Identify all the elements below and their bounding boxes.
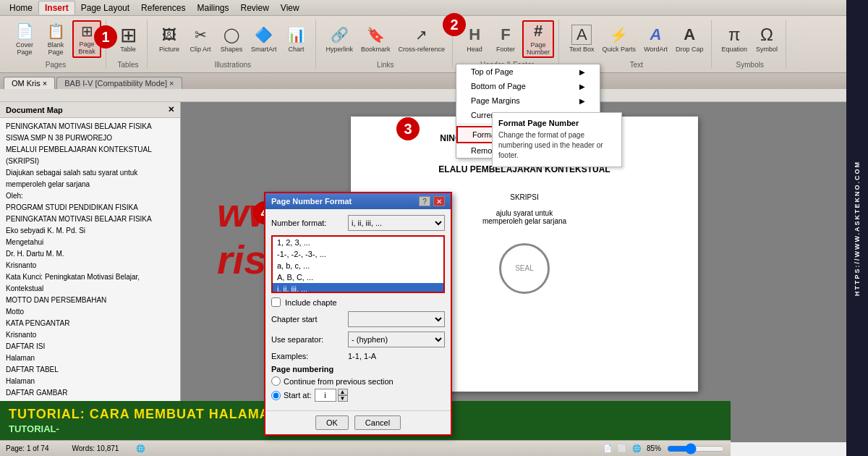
wordart-icon: A [646, 25, 666, 45]
dialog-close-button[interactable]: ✕ [433, 196, 445, 206]
ribbon-group-pages: 📄 CoverPage 📋 BlankPage ⊞ PageBreak Page… [6, 20, 106, 69]
spinner-up[interactable]: ▲ [338, 389, 348, 395]
sidebar-item[interactable]: memperoleh gelar sarjana [6, 179, 174, 190]
tab-review[interactable]: Review [234, 1, 274, 14]
dialog-help-button[interactable]: ? [419, 196, 430, 206]
tab-references[interactable]: References [135, 1, 191, 14]
chart-button[interactable]: 📊 Chart [282, 20, 311, 58]
quick-parts-button[interactable]: ⚡ Quick Parts [600, 20, 639, 58]
sidebar-item[interactable]: Mengetahui [6, 237, 174, 248]
sidebar-item[interactable]: PROGRAM STUDI PENDIDIKAN FISIKA [6, 202, 174, 214]
separator-select[interactable]: - (hyphen) [348, 332, 445, 347]
shapes-button[interactable]: ◯ Shapes [217, 20, 246, 58]
zoom-slider[interactable] [667, 443, 725, 455]
include-chapter-checkbox[interactable] [271, 297, 281, 307]
sidebar-item[interactable]: Krisnanto [6, 260, 174, 271]
listbox-item-123[interactable]: 1, 2, 3, ... [273, 237, 443, 248]
dialog-content: Number format: i, ii, iii, ... 1, 2, 3, … [265, 209, 451, 410]
continue-radio[interactable] [271, 376, 281, 386]
footer-button[interactable]: F Footer [491, 20, 520, 58]
spinner-down[interactable]: ▼ [338, 395, 348, 402]
clip-art-button[interactable]: ✂ Clip Art [186, 20, 215, 58]
sidebar-item[interactable]: DAFTAR TABEL [6, 364, 174, 376]
sidebar-item[interactable]: Halaman [6, 352, 174, 364]
step-1-circle: 1 [94, 25, 117, 48]
view-icon-fullscreen[interactable]: ⬜ [618, 444, 626, 452]
tab-page-layout[interactable]: Page Layout [75, 1, 135, 14]
blank-page-button[interactable]: 📋 BlankPage [41, 20, 70, 58]
links-buttons: 🔗 Hyperlink 🔖 Bookmark ↗ Cross-reference [323, 20, 448, 59]
sidebar-item[interactable]: Krisnanto [6, 329, 174, 341]
page-break-label: PageBreak [78, 41, 95, 56]
doc-tab-bab[interactable]: BAB I-V [Compatibility Mode] × [56, 77, 182, 89]
tab-view[interactable]: View [275, 1, 305, 14]
sidebar-item[interactable]: DAFTAR GAMBAR [6, 387, 174, 399]
sidebar-item[interactable]: Dr. H. Dartu M. M. [6, 248, 174, 260]
text-box-button[interactable]: A Text Box [566, 20, 597, 58]
sidebar-item[interactable]: Halaman [6, 376, 174, 387]
dialog-buttons: OK Cancel [265, 410, 451, 434]
step-2-circle: 2 [443, 13, 466, 36]
dialog-cancel-button[interactable]: Cancel [354, 415, 401, 430]
view-icon-print[interactable]: 📄 [603, 444, 612, 452]
listbox-item-abc-lower[interactable]: a, b, c, ... [273, 260, 443, 271]
smartart-button[interactable]: 🔷 SmartArt [248, 20, 280, 58]
pages-buttons: 📄 CoverPage 📋 BlankPage ⊞ PageBreak [10, 20, 101, 59]
ribbon-group-illustrations: 🖼 Picture ✂ Clip Art ◯ Shapes 🔷 SmartArt [150, 20, 316, 69]
listbox-item-roman[interactable]: i, ii, iii, ... [273, 283, 443, 293]
symbol-button[interactable]: Ω Symbol [752, 20, 781, 58]
sidebar-item[interactable]: MOTTO DAN PERSEMBAHAN [6, 295, 174, 306]
sidebar-item[interactable]: SISWA SMP N 38 PURWOREJO [6, 132, 174, 144]
format-listbox[interactable]: 1, 2, 3, ... -1-, -2-, -3-, ... a, b, c,… [271, 235, 445, 293]
chapter-start-select[interactable] [348, 311, 445, 327]
format-page-number-tooltip: Format Page Number Change the format of … [492, 112, 622, 167]
page-number-button[interactable]: # PageNumber [522, 20, 554, 58]
cover-page-button[interactable]: 📄 CoverPage [10, 20, 39, 58]
sidebar-item[interactable]: KATA PENGANTAR [6, 318, 174, 329]
sidebar-item[interactable]: Oleh: [6, 190, 174, 202]
equation-button[interactable]: π Equation [719, 20, 751, 58]
wordart-button[interactable]: A WordArt [641, 20, 671, 58]
dialog-title-text: Page Number Format [271, 197, 352, 206]
dropdown-top-of-page[interactable]: Top of Page ▶ [456, 64, 600, 79]
sidebar-item[interactable]: (SKRIPSI) [6, 156, 174, 167]
sidebar-close[interactable]: ✕ [168, 105, 174, 114]
tooltip-title: Format Page Number [498, 119, 616, 127]
tab-insert[interactable]: Insert [38, 1, 75, 14]
sidebar-item[interactable]: Diajukan sebagai salah satu syarat untuk [6, 167, 174, 179]
sidebar-item[interactable]: Kata Kunci: Peningkatan Motivasi Belajar… [6, 271, 174, 295]
sidebar-item[interactable]: MELALUI PEMBELAJARAN KONTEKSTUAL [6, 144, 174, 156]
bookmark-button[interactable]: 🔖 Bookmark [358, 20, 393, 58]
table-button[interactable]: ⊞ Table [114, 20, 142, 58]
footer-label: Footer [496, 46, 515, 54]
sidebar-item[interactable]: PENINGKATAN MOTIVASI BELAJAR FISIKA [6, 121, 174, 132]
cover-page-icon: 📄 [14, 22, 35, 41]
view-icon-web[interactable]: 🌐 [632, 444, 641, 452]
dropdown-bottom-of-page[interactable]: Bottom of Page ▶ [456, 79, 600, 93]
chapter-start-label: Chapter start [271, 315, 344, 324]
sidebar-item[interactable]: PENINGKATAN MOTIVASI BELAJAR FISIKA [6, 214, 174, 225]
picture-button[interactable]: 🖼 Picture [155, 20, 184, 58]
number-format-select[interactable]: i, ii, iii, ... [348, 215, 445, 231]
sidebar-item[interactable]: DAFTAR ISI [6, 341, 174, 352]
drop-cap-button[interactable]: A Drop Cap [673, 20, 707, 58]
cross-reference-button[interactable]: ↗ Cross-reference [396, 20, 448, 58]
clip-art-label: Clip Art [190, 46, 210, 54]
dropdown-page-margins[interactable]: Page Margins ▶ [456, 93, 600, 108]
number-format-label: Number format: [271, 219, 344, 227]
listbox-item-neg[interactable]: -1-, -2-, -3-, ... [273, 248, 443, 260]
picture-label: Picture [159, 46, 179, 54]
doc-tab-om-kris[interactable]: OM Kris × [4, 77, 55, 89]
start-at-radio[interactable] [271, 391, 281, 400]
dialog-ok-button[interactable]: OK [315, 415, 349, 430]
sidebar-item[interactable]: Eko sebyadi K. M. Pd. Si [6, 225, 174, 237]
hyperlink-button[interactable]: 🔗 Hyperlink [323, 20, 357, 58]
tab-mailings[interactable]: Mailings [191, 1, 234, 14]
listbox-item-abc-upper[interactable]: A, B, C, ... [273, 271, 443, 283]
tab-home[interactable]: Home [4, 1, 38, 14]
sidebar-item[interactable]: Motto [6, 306, 174, 318]
page-number-label: PageNumber [527, 42, 550, 56]
side-watermark: HTTPS://WWW.ASKTEKNO.COM [846, 0, 868, 456]
start-at-input[interactable] [315, 389, 336, 402]
quick-parts-label: Quick Parts [603, 46, 637, 54]
